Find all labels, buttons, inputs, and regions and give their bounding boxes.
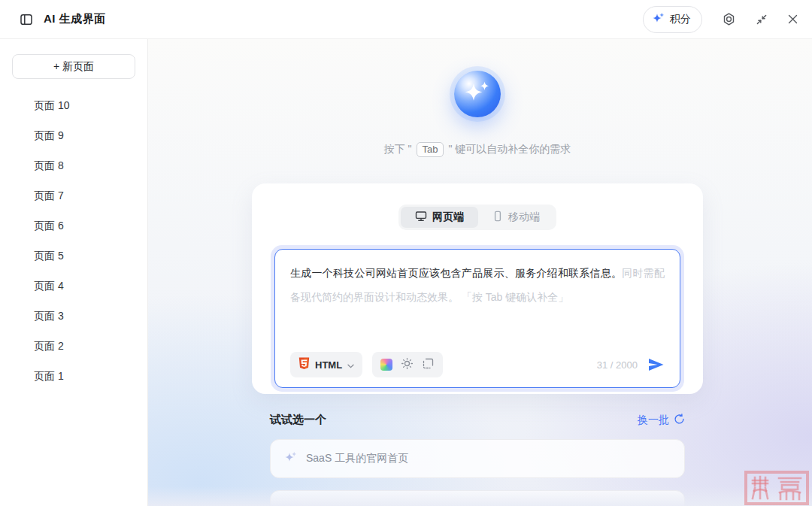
suggestion-card[interactable]: SaaS 工具的官网首页 (270, 439, 685, 478)
sidebar-item-page-2[interactable]: 页面 2 (0, 332, 147, 362)
language-select[interactable]: HTML (290, 352, 362, 377)
sidebar-item-page-8[interactable]: 页面 8 (0, 151, 147, 181)
points-label: 积分 (670, 13, 691, 26)
prompt-text: 生成一个科技公司网站首页应该包含产品展示、服务介绍和联系信息。同时需配备现代简约… (290, 261, 665, 352)
sidebar-item-page-1[interactable]: 页面 1 (0, 362, 147, 392)
prompt-typed-text: 生成一个科技公司网站首页应该包含产品展示、服务介绍和联系信息。 (290, 267, 622, 279)
seal-watermark (744, 471, 809, 505)
suggestion-card-partial[interactable] (270, 490, 685, 506)
suggestions-title: 试试选一个 (270, 413, 326, 427)
close-icon[interactable] (787, 14, 798, 25)
sidebar-item-page-6[interactable]: 页面 6 (0, 211, 147, 241)
ai-sparkle-badge-icon (454, 71, 501, 117)
composer-toolbar: HTML (290, 352, 665, 377)
sidebar-item-page-7[interactable]: 页面 7 (0, 181, 147, 211)
sidebar-item-page-3[interactable]: 页面 3 (0, 301, 147, 332)
chevron-down-icon (347, 358, 354, 371)
brightness-icon[interactable] (401, 357, 414, 373)
sparkle-icon (284, 450, 298, 467)
app-title: AI 生成界面 (44, 12, 106, 26)
settings-nut-icon[interactable] (722, 12, 736, 26)
page-list: 页面 10 页面 9 页面 8 页面 7 页面 6 页面 5 页面 4 页面 3… (0, 91, 147, 392)
main-area: 按下 " Tab " 键可以自动补全你的需求 网页端 (148, 39, 812, 506)
header: AI 生成界面 积分 (0, 0, 812, 39)
sparkle-icon (652, 11, 665, 28)
points-button[interactable]: 积分 (643, 6, 702, 33)
composer-card: 网页端 移动端 生成一个科技公司网站首页应该包含产品展示、服务介绍和联系信息。同… (252, 183, 703, 394)
tab-web-label: 网页端 (432, 211, 464, 224)
refresh-icon (674, 414, 685, 427)
suggestion-text: SaaS 工具的官网首页 (306, 452, 408, 465)
tab-mobile-label: 移动端 (508, 211, 540, 224)
send-button[interactable] (647, 356, 665, 373)
platform-switcher: 网页端 移动端 (398, 205, 556, 230)
suggestions-header: 试试选一个 换一批 (270, 413, 685, 427)
prompt-input[interactable]: 生成一个科技公司网站首页应该包含产品展示、服务介绍和联系信息。同时需配备现代简约… (274, 249, 680, 388)
tab-web[interactable]: 网页端 (401, 207, 478, 228)
color-swatch-icon[interactable] (380, 359, 392, 371)
tab-hint-text: 按下 " Tab " 键可以自动补全你的需求 (384, 142, 571, 157)
tab-key-chip: Tab (417, 142, 444, 157)
refresh-label: 换一批 (638, 414, 669, 427)
sidebar-item-page-4[interactable]: 页面 4 (0, 271, 147, 301)
html5-icon (298, 357, 310, 373)
new-page-button[interactable]: + 新页面 (12, 54, 135, 79)
char-counter: 31 / 2000 (597, 359, 638, 371)
refresh-suggestions-button[interactable]: 换一批 (638, 414, 685, 427)
sidebar-item-page-10[interactable]: 页面 10 (0, 91, 147, 121)
language-label: HTML (315, 359, 342, 371)
sidebar: + 新页面 页面 10 页面 9 页面 8 页面 7 页面 6 页面 5 页面 … (0, 39, 148, 506)
style-tools (372, 352, 443, 377)
prompt-input-ring: 生成一个科技公司网站首页应该包含产品展示、服务介绍和联系信息。同时需配备现代简约… (271, 245, 684, 392)
frame-icon[interactable] (422, 357, 435, 373)
monitor-icon (415, 211, 427, 224)
sidebar-item-page-5[interactable]: 页面 5 (0, 241, 147, 271)
phone-icon (492, 211, 503, 224)
sidebar-item-page-9[interactable]: 页面 9 (0, 121, 147, 151)
collapse-icon[interactable] (756, 14, 768, 26)
sidebar-toggle-icon[interactable] (20, 13, 33, 26)
tab-mobile[interactable]: 移动端 (478, 207, 554, 228)
